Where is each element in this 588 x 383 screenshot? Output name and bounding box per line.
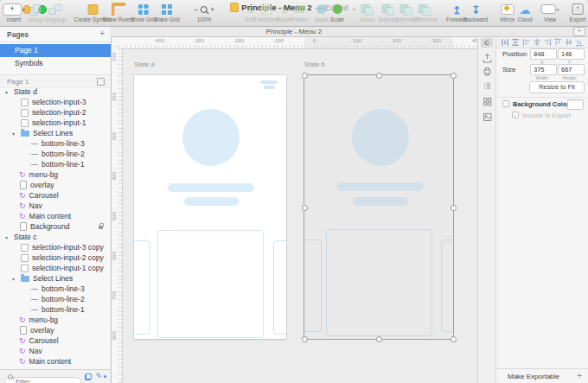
- layer-row-overlay[interactable]: overlay: [0, 180, 111, 190]
- selection-handle[interactable]: [302, 73, 308, 79]
- cloud-button[interactable]: Cloud: [518, 3, 533, 22]
- layer-row-selection-input-2[interactable]: selection-input-2: [0, 107, 111, 118]
- y-position-field[interactable]: 146: [558, 48, 585, 60]
- pages-copy-icon[interactable]: [85, 373, 92, 380]
- layer-row-carousel[interactable]: ↻Carousel: [0, 190, 111, 201]
- printer-icon[interactable]: [482, 65, 493, 76]
- layer-row-nav[interactable]: ↻Nav: [0, 346, 111, 356]
- align-top-icon[interactable]: [553, 38, 562, 47]
- layer-row-selection-input-3-copy[interactable]: selection-input-3 copy: [0, 242, 111, 252]
- layer-row-main-content[interactable]: ↻Main content: [0, 356, 111, 367]
- selection-handle[interactable]: [451, 336, 457, 342]
- layout-grid-icon[interactable]: [482, 95, 493, 106]
- layer-row-selection-input-1[interactable]: selection-input-1: [0, 118, 111, 128]
- layer-row-carousel[interactable]: ↻Carousel: [0, 335, 111, 346]
- disclosure-triangle-icon[interactable]: ▾: [12, 131, 17, 137]
- difference-button: Difference: [412, 3, 438, 22]
- backward-button[interactable]: Backward: [463, 3, 489, 22]
- selection-handle[interactable]: [302, 336, 308, 342]
- make-grid-button[interactable]: Make Grid: [154, 3, 180, 22]
- artboard-list-icon[interactable]: [97, 78, 105, 86]
- selection-handle[interactable]: [376, 73, 382, 79]
- disclosure-triangle-icon[interactable]: ▾: [12, 276, 17, 282]
- craft-logo[interactable]: C: [481, 38, 493, 48]
- layer-row-state-d[interactable]: ▾State d: [0, 86, 111, 97]
- include-in-export-checkbox[interactable]: [512, 112, 519, 118]
- layer-row-menu-bg[interactable]: ↻menu-bg: [0, 169, 111, 180]
- disclosure-triangle-icon[interactable]: ▾: [5, 89, 10, 95]
- insert-button[interactable]: ▾Insert: [3, 3, 25, 22]
- filter-input[interactable]: [4, 377, 81, 383]
- align-middle-icon[interactable]: [565, 38, 573, 47]
- export-button[interactable]: Export: [570, 3, 586, 22]
- alignment-toolbar: [496, 36, 588, 48]
- layer-row-bottom-line-1[interactable]: bottom-line-1: [0, 159, 111, 169]
- horizontal-ruler[interactable]: -400-300-200-1000100200300400: [111, 36, 477, 49]
- transform-label: Transform: [253, 16, 278, 22]
- artboard-state-a[interactable]: [134, 75, 286, 339]
- selection-handle[interactable]: [451, 205, 457, 211]
- title-chevron-icon[interactable]: ⌄: [351, 3, 358, 12]
- share-upload-icon[interactable]: [482, 52, 493, 63]
- selection-handle[interactable]: [376, 336, 382, 342]
- layer-row-overlay[interactable]: overlay: [0, 325, 111, 335]
- align-bottom-icon[interactable]: [575, 38, 584, 47]
- height-field[interactable]: 667: [558, 64, 585, 75]
- artboard-state-b[interactable]: [304, 75, 453, 339]
- distribute-horizontal-icon[interactable]: [501, 38, 509, 47]
- disclosure-triangle-icon[interactable]: ▾: [5, 234, 10, 240]
- document-tab[interactable]: Principle - Menu 2: [111, 28, 477, 35]
- pages-title: Pages: [7, 30, 29, 39]
- image-icon[interactable]: [482, 111, 493, 122]
- shape-icon: [21, 99, 29, 106]
- layer-row-state-c[interactable]: ▾State c: [0, 232, 111, 242]
- pencil-icon[interactable]: ✎: [95, 373, 102, 380]
- layer-row-menu-bg[interactable]: ↻menu-bg: [0, 315, 111, 325]
- canvas[interactable]: State a State b: [122, 48, 477, 383]
- x-position-field[interactable]: 848: [530, 48, 557, 60]
- zoom-label: 100%: [191, 16, 218, 22]
- vertical-ruler[interactable]: 100200300400500600700800: [111, 48, 123, 383]
- add-page-button[interactable]: +: [99, 29, 105, 38]
- new-tab-button[interactable]: +: [573, 27, 585, 36]
- layer-row-main-content[interactable]: ↻Main content: [0, 211, 111, 221]
- ruler-number: 500: [112, 210, 117, 222]
- layer-row-selection-input-3[interactable]: selection-input-3: [0, 97, 111, 107]
- align-right-icon[interactable]: [543, 38, 552, 47]
- layer-row-select-lines[interactable]: ▾Select Lines: [0, 128, 111, 138]
- group-icon: [28, 3, 43, 16]
- layer-row-bottom-line-1[interactable]: bottom-line-1: [0, 304, 111, 315]
- show-grid-button[interactable]: Show Grid: [131, 3, 157, 22]
- distribute-vertical-icon[interactable]: [511, 38, 520, 47]
- align-center-horizontal-icon[interactable]: [533, 38, 541, 47]
- background-color-checkbox[interactable]: [502, 100, 509, 107]
- selection-handle[interactable]: [302, 205, 308, 211]
- layer-row-selection-input-2-copy[interactable]: selection-input-2 copy: [0, 252, 111, 263]
- make-grid-icon: [154, 3, 180, 16]
- layer-row-bottom-line-2[interactable]: bottom-line-2: [0, 149, 111, 159]
- align-left-icon[interactable]: [522, 38, 531, 47]
- layer-label: bottom-line-3: [42, 284, 85, 293]
- background-color-well[interactable]: [567, 99, 584, 110]
- layer-row-select-lines[interactable]: ▾Select Lines: [0, 273, 111, 284]
- width-field[interactable]: 375: [530, 64, 557, 75]
- resize-to-fit-button[interactable]: Resize to Fit: [529, 81, 585, 93]
- artboard-label-state-b[interactable]: State b: [304, 61, 325, 68]
- selection-handle[interactable]: [451, 73, 457, 79]
- make-exportable-add-button[interactable]: +: [577, 371, 582, 380]
- layer-row-bottom-line-3[interactable]: bottom-line-3: [0, 138, 111, 149]
- scale-button[interactable]: Scale: [330, 3, 344, 22]
- layer-row-nav[interactable]: ↻Nav: [0, 201, 111, 211]
- shape-icon: [21, 109, 29, 117]
- list-dots-icon[interactable]: [482, 80, 493, 91]
- mirror-button[interactable]: Mirror: [501, 3, 515, 22]
- layer-row-background[interactable]: Background: [0, 221, 111, 232]
- page-item-symbols[interactable]: Symbols: [0, 57, 111, 70]
- view-button[interactable]: ▾View: [541, 3, 559, 22]
- layer-row-bottom-line-3[interactable]: bottom-line-3: [0, 284, 111, 294]
- artboard-label-state-a[interactable]: State a: [134, 61, 155, 68]
- layer-row-selection-input-1-copy[interactable]: selection-input-1 copy: [0, 263, 111, 273]
- page-item-page-1[interactable]: Page 1: [0, 44, 111, 57]
- layer-row-bottom-line-2[interactable]: bottom-line-2: [0, 294, 111, 304]
- zoom-button[interactable]: −+100%: [191, 3, 218, 22]
